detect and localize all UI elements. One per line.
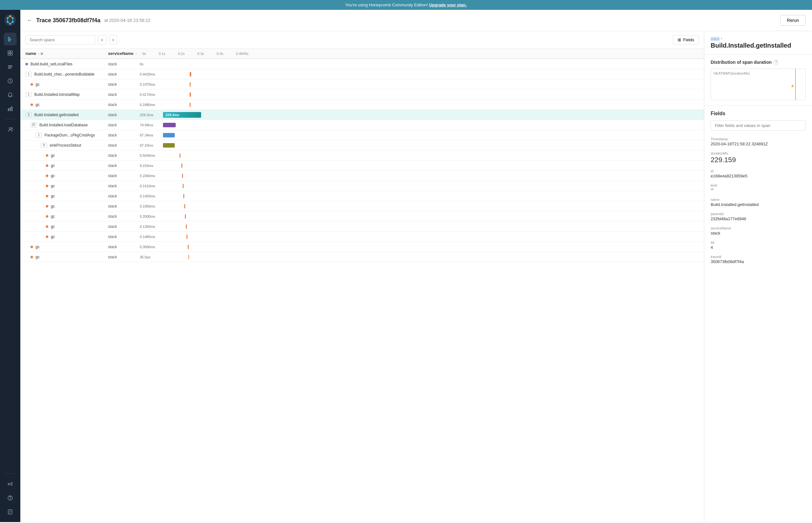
field-item: Timestamp2020-04-18T21:58:22.324891Z <box>711 137 806 146</box>
span-name-cell: 9sinkProcessStdout <box>25 143 108 148</box>
fields-filter-input[interactable] <box>711 120 806 131</box>
span-badge[interactable]: 1 <box>25 92 32 97</box>
banner-upgrade-link[interactable]: Upgrade your plan. <box>429 2 467 7</box>
table-row[interactable]: gcstack0.1970ms <box>20 79 704 90</box>
field-label: traceId <box>711 255 806 259</box>
span-bar <box>183 184 184 188</box>
rerun-button[interactable]: Rerun <box>780 15 806 26</box>
table-row[interactable]: gcstack0.5040ms <box>20 150 704 161</box>
col-name-header[interactable]: name ↕ ⚙ <box>25 51 108 56</box>
timeline-header: 0s 0.1s 0.2s 0.3s 0.4s 0.4849s <box>140 52 699 56</box>
table-row[interactable]: gcstack0.3060ms <box>20 242 704 252</box>
span-timeline-cell: 0.1410ms <box>140 184 699 188</box>
sidebar-item-traces[interactable] <box>4 33 17 46</box>
col-service-header[interactable]: serviceName ↕ <box>108 51 140 56</box>
table-row[interactable]: gcstack0.1360ms <box>20 221 704 232</box>
field-item: nameBuild.Installed.getInstalled <box>711 198 806 207</box>
sidebar-item-team[interactable] <box>4 123 17 136</box>
span-name-cell: gc <box>25 194 108 198</box>
span-name-text: gc <box>36 255 40 259</box>
span-duration-text: 229.2ms <box>140 113 160 117</box>
table-row[interactable]: gcstack0.1410ms <box>20 181 704 191</box>
table-row[interactable]: 1Build.build_chec...ponentsBuildablestac… <box>20 69 704 79</box>
right-panel-title: Build.Installed.getInstalled <box>711 42 806 49</box>
logo[interactable] <box>4 14 17 26</box>
sidebar-item-help[interactable] <box>4 491 17 504</box>
field-value: 350673fb08df7f4a <box>711 259 806 264</box>
table-row[interactable]: gcstack0.1880ms <box>20 100 704 110</box>
span-badge[interactable]: 37 <box>31 123 37 128</box>
span-dot <box>31 256 33 258</box>
sidebar-item-history[interactable] <box>4 75 17 87</box>
field-value: 229.159 <box>711 156 806 164</box>
back-button[interactable]: ← <box>27 17 32 24</box>
svg-point-7 <box>7 17 8 19</box>
span-timeline-cell: 0.3060ms <box>140 245 699 249</box>
span-timeline-cell: 0.2000ms <box>140 214 699 219</box>
span-duration-text: 67.34ms <box>140 133 160 137</box>
svg-rect-10 <box>8 40 11 41</box>
sort-icon: ↕ ⚙ <box>38 52 44 56</box>
prev-span-button[interactable]: ‹ <box>98 35 106 44</box>
table-row[interactable]: gcstack0.1950ms <box>20 201 704 211</box>
span-service-cell: stack <box>108 214 140 219</box>
span-name-cell: gc <box>25 174 108 178</box>
field-item: kind"" <box>711 183 806 193</box>
table-row[interactable]: 1Build.Installed.toInstallMapstack0.4170… <box>20 90 704 100</box>
table-row[interactable]: gcstack0.1450ms <box>20 191 704 201</box>
next-span-button[interactable]: › <box>109 35 118 44</box>
span-dot <box>31 104 33 106</box>
help-icon[interactable]: ? <box>774 60 779 65</box>
span-badge[interactable]: 1 <box>25 72 32 77</box>
breadcrumb: stack › <box>711 36 806 41</box>
field-item: ide168e4a9213959e5 <box>711 169 806 178</box>
sidebar-item-alerts[interactable] <box>4 89 17 101</box>
span-service-cell: stack <box>108 62 140 66</box>
sidebar-item-queries[interactable] <box>4 60 17 73</box>
table-row[interactable]: 9sinkProcessStdoutstack67.33ms <box>20 140 704 150</box>
span-timeline-cell: 0.2360ms <box>140 174 699 178</box>
field-label: tid <box>711 240 806 245</box>
sidebar-bottom-divider <box>5 473 15 474</box>
span-name-text: gc <box>51 174 55 178</box>
span-timeline-cell: 0.4170ms <box>140 92 699 97</box>
span-dot <box>46 235 48 238</box>
table-row[interactable]: 3Build.Installed.getInstalledstack229.2m… <box>20 110 704 120</box>
table-row[interactable]: 1PackageDum...cPkgCmdArgsstack67.34ms <box>20 130 704 140</box>
search-input[interactable] <box>25 35 95 44</box>
table-row[interactable]: gcstack9.216ms <box>20 161 704 171</box>
span-badge[interactable]: 9 <box>41 143 47 148</box>
span-dot <box>31 83 33 86</box>
fields-button[interactable]: ⊞ Fields <box>673 35 699 44</box>
sidebar-item-boards[interactable] <box>4 47 17 59</box>
span-name-cell: gc <box>25 153 108 158</box>
table-row[interactable]: gcstack0.2000ms <box>20 211 704 221</box>
breadcrumb-link[interactable]: stack <box>711 36 720 41</box>
span-name-text: gc <box>51 184 55 188</box>
span-bar <box>190 92 191 97</box>
sidebar-item-docs[interactable] <box>4 506 17 518</box>
span-name-cell: 1Build.Installed.toInstallMap <box>25 92 108 97</box>
span-duration-text: 0.4170ms <box>140 93 160 96</box>
span-service-cell: stack <box>108 82 140 87</box>
table-row[interactable]: gcstack0.1480ms <box>20 232 704 242</box>
sidebar-item-slo[interactable] <box>4 103 17 115</box>
svg-rect-16 <box>8 67 12 67</box>
span-service-cell: stack <box>108 194 140 198</box>
field-label: Timestamp <box>711 137 806 141</box>
span-name-cell: gc <box>25 103 108 107</box>
span-badge[interactable]: 1 <box>36 133 42 138</box>
span-badge[interactable]: 3 <box>25 112 32 118</box>
span-dot <box>25 63 28 65</box>
span-timeline-cell: 0s <box>140 62 699 66</box>
table-row[interactable]: Build.build_setLocalFilesstack0s <box>20 59 704 69</box>
span-bar <box>163 123 176 127</box>
table-row[interactable]: gcstack0.2360ms <box>20 171 704 181</box>
trace-header: ← Trace 350673fb08df7f4a at 2020-04-18 2… <box>20 10 812 31</box>
sidebar-item-announcements[interactable] <box>4 477 17 490</box>
table-header: name ↕ ⚙ serviceName ↕ 0s 0.1s 0.2s 0.3s… <box>20 49 704 59</box>
fields-label: Fields <box>683 37 694 42</box>
table-row[interactable]: gcstack35.0μs <box>20 252 704 262</box>
svg-point-28 <box>793 85 794 86</box>
table-row[interactable]: 37Build.Installed.loadDatabasestack74.98… <box>20 120 704 130</box>
